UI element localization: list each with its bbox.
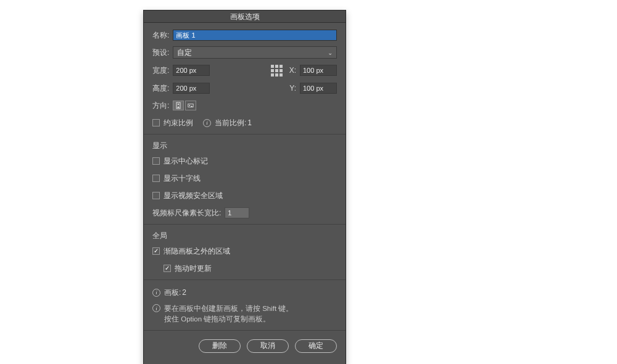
info-icon: i <box>152 289 160 297</box>
width-field[interactable]: 200 px <box>173 65 210 76</box>
show-safe-label: 显示视频安全区域 <box>164 191 223 201</box>
section-basic: 名称: 画板 1 预设: 自定 ⌄ 宽度: 200 px X: 100 px <box>144 23 346 134</box>
info-icon: i <box>152 304 160 312</box>
svg-rect-2 <box>188 104 193 107</box>
orientation-label: 方向: <box>152 101 169 111</box>
chevron-down-icon: ⌄ <box>328 49 333 56</box>
display-heading: 显示 <box>152 141 337 151</box>
show-center-checkbox[interactable] <box>152 157 160 165</box>
ok-button[interactable]: 确定 <box>295 339 337 353</box>
cancel-button[interactable]: 取消 <box>247 339 289 353</box>
show-center-label: 显示中心标记 <box>164 156 208 167</box>
show-cross-label: 显示十字线 <box>164 173 201 184</box>
height-field[interactable]: 200 px <box>173 83 210 94</box>
dialog-footer: 删除 取消 确定 <box>144 331 346 364</box>
preset-label: 预设: <box>152 48 169 58</box>
current-ratio-label: 当前比例: <box>215 118 246 128</box>
orientation-portrait-button[interactable] <box>173 101 184 110</box>
orientation-landscape-button[interactable] <box>185 101 196 110</box>
artboard-options-dialog: 画板选项 名称: 画板 1 预设: 自定 ⌄ 宽度: 200 px X: <box>143 10 346 364</box>
artboard-count-label: 画板: <box>164 287 181 298</box>
landscape-icon <box>188 102 194 109</box>
update-while-drag-label: 拖动时更新 <box>175 263 212 274</box>
portrait-icon <box>175 102 181 109</box>
pixel-aspect-field[interactable]: 1 <box>225 207 249 218</box>
x-field[interactable]: 100 px <box>300 65 337 76</box>
svg-point-3 <box>189 105 191 106</box>
constrain-proportions-checkbox[interactable] <box>152 119 160 126</box>
artboard-count-value: 2 <box>182 288 186 297</box>
width-label: 宽度: <box>152 65 169 76</box>
hint-text: 要在画板中创建新画板，请按 Shift 键。 按住 Option 键拖动可复制画… <box>164 304 293 325</box>
reference-point-grid[interactable] <box>270 64 283 77</box>
x-label: X: <box>289 66 296 75</box>
current-ratio-value: 1 <box>247 118 252 127</box>
fade-outside-checkbox[interactable] <box>152 247 160 255</box>
update-while-drag-checkbox[interactable] <box>164 265 171 272</box>
show-safe-checkbox[interactable] <box>152 192 160 199</box>
dialog-title: 画板选项 <box>144 10 346 23</box>
pixel-aspect-label: 视频标尺像素长宽比: <box>152 208 221 218</box>
info-icon: i <box>203 119 211 127</box>
fade-outside-label: 渐隐画板之外的区域 <box>164 246 230 257</box>
constrain-label: 约束比例 <box>164 118 193 128</box>
name-field[interactable]: 画板 1 <box>173 30 337 41</box>
height-label: 高度: <box>152 83 169 94</box>
section-info: i 画板: 2 i 要在画板中创建新画板，请按 Shift 键。 按住 Opti… <box>144 280 346 331</box>
show-cross-checkbox[interactable] <box>152 175 160 182</box>
preset-select[interactable]: 自定 ⌄ <box>173 46 337 59</box>
section-display: 显示 显示中心标记 显示十字线 显示视频安全区域 视频标尺像素长宽比: 1 <box>144 134 346 225</box>
preset-value: 自定 <box>177 48 192 58</box>
y-field[interactable]: 100 px <box>300 83 337 94</box>
global-heading: 全局 <box>152 231 337 241</box>
section-global: 全局 渐隐画板之外的区域 拖动时更新 <box>144 225 346 280</box>
svg-point-1 <box>178 104 179 105</box>
y-label: Y: <box>289 84 296 93</box>
delete-button[interactable]: 删除 <box>199 339 241 353</box>
name-label: 名称: <box>152 30 169 41</box>
